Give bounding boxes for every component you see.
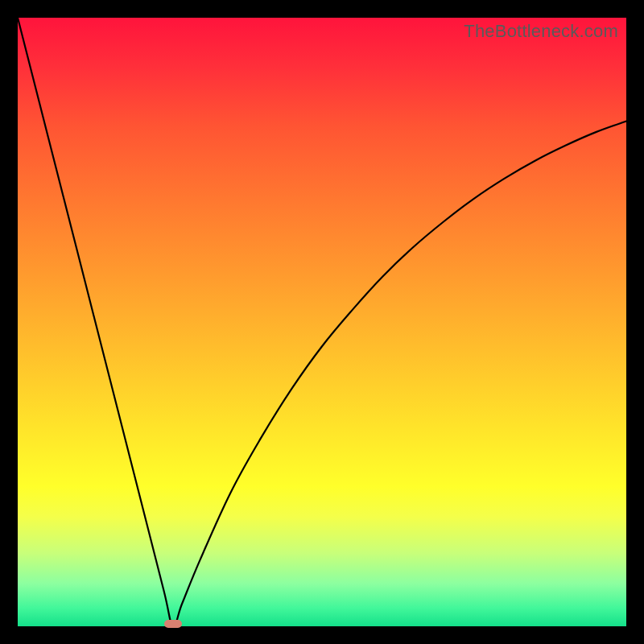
min-marker [164,620,182,628]
chart-area: TheBottleneck.com [18,18,626,626]
bottleneck-curve [18,18,626,626]
